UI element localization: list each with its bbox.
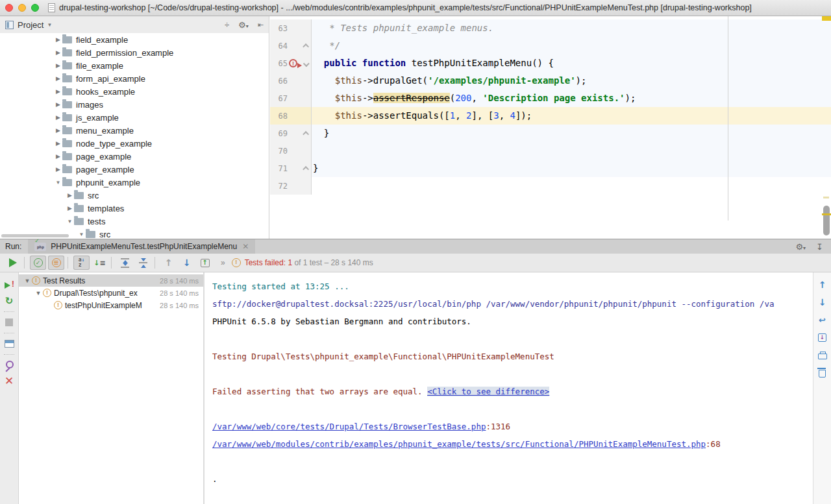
editor-line[interactable]: 65! public function testPhpUnitExampleMe… [270, 54, 831, 72]
editor-scrollbar[interactable] [823, 206, 830, 235]
fold-marker-icon[interactable] [302, 131, 311, 136]
editor-line[interactable]: 69 } [270, 125, 831, 142]
project-tree-item[interactable]: ▶menu_example [0, 124, 269, 137]
tree-toggle-icon[interactable]: ▶ [54, 153, 62, 160]
editor-line[interactable]: 66 $this->drupalGet('/examples/phpunit-e… [270, 72, 831, 90]
editor-gutter[interactable]: 63 [270, 19, 312, 37]
failed-test-icon[interactable]: ! [289, 59, 297, 67]
tree-toggle-icon[interactable]: ▶ [54, 140, 62, 147]
editor-gutter[interactable]: 70 [270, 142, 312, 160]
test-console-output[interactable]: Testing started at 13:25 ...sftp://docke… [205, 272, 813, 504]
editor-gutter[interactable]: 72 [270, 177, 312, 195]
minimize-window-button[interactable] [18, 4, 26, 12]
tree-toggle-icon[interactable]: ▶ [66, 205, 74, 211]
project-tree-item[interactable]: ▼tests [0, 215, 269, 228]
editor-line[interactable]: 70 [270, 142, 831, 160]
code-text[interactable]: } [312, 125, 831, 142]
chevron-more-icon[interactable]: » [221, 258, 225, 267]
close-panel-button[interactable]: ✕ [1, 373, 17, 389]
editor-gutter[interactable]: 66 [270, 72, 312, 90]
previous-failed-test-button[interactable]: ↑ [160, 256, 177, 270]
rerun-failed-tests-button[interactable] [1, 278, 17, 293]
restore-layout-button[interactable] [1, 336, 17, 352]
project-tree-item[interactable]: ▶field_example [0, 33, 269, 46]
editor-line[interactable]: 64 */ [270, 37, 831, 54]
tree-toggle-icon[interactable]: ▶ [54, 36, 62, 43]
tree-toggle-icon[interactable]: ▼ [77, 232, 86, 237]
console-link[interactable]: /var/www/web/modules/contrib/examples/ph… [212, 439, 706, 449]
console-link[interactable]: /var/www/web/core/tests/Drupal/Tests/Bro… [212, 422, 486, 431]
project-panel-title[interactable]: Project [18, 20, 43, 30]
project-tree-item[interactable]: ▶templates [0, 202, 269, 215]
project-tree-item[interactable]: ▶pager_example [0, 163, 269, 176]
tree-toggle-icon[interactable]: ▶ [54, 88, 62, 95]
editor-line[interactable]: 63 * Tests phpunit_example menus. [270, 19, 831, 37]
tree-toggle-icon[interactable]: ▼ [34, 290, 43, 296]
project-tree-item[interactable]: ▶node_type_example [0, 137, 269, 150]
rerun-button[interactable] [5, 256, 21, 270]
test-tree-item[interactable]: ▼!Test Results28 s 140 ms [19, 274, 203, 287]
test-tree-item[interactable]: !testPhpUnitExampleM28 s 140 ms [19, 299, 203, 311]
project-tree-item[interactable]: ▼phpunit_example [0, 176, 269, 189]
show-passed-toggle[interactable]: ✓ [30, 256, 46, 270]
code-text[interactable]: $this->assertResponse(200, 'Description … [312, 90, 831, 107]
hide-tool-window-icon[interactable]: ↧ [816, 242, 823, 252]
code-text[interactable]: $this->drupalGet('/examples/phpunit-exam… [312, 72, 831, 90]
editor-gutter[interactable]: 71 [270, 160, 312, 177]
tree-toggle-icon[interactable]: ▶ [54, 114, 62, 121]
editor-gutter[interactable]: 65! [270, 54, 312, 72]
collapse-all-button[interactable] [135, 256, 151, 270]
show-ignored-toggle[interactable]: ≡ [48, 256, 64, 270]
maximize-window-button[interactable] [31, 4, 39, 12]
fold-marker-icon[interactable] [302, 43, 311, 48]
editor-gutter[interactable]: 69 [270, 125, 312, 142]
down-stacktrace-button[interactable]: ↓ [816, 296, 829, 308]
pin-tab-button[interactable] [1, 357, 17, 373]
project-tree-item[interactable]: ▶hooks_example [0, 85, 269, 98]
project-tree-item[interactable]: ▶form_api_example [0, 72, 269, 85]
close-window-button[interactable] [5, 4, 13, 12]
editor-gutter[interactable]: 67 [270, 90, 312, 107]
tree-toggle-icon[interactable]: ▼ [23, 278, 32, 284]
failed-test-gutter-icon[interactable]: ! [289, 58, 302, 69]
code-text[interactable]: */ [312, 37, 831, 54]
stop-button[interactable] [1, 315, 17, 330]
editor-gutter[interactable]: 68 [270, 107, 312, 125]
up-stacktrace-button[interactable]: ↑ [816, 279, 829, 291]
project-tree-item[interactable]: ▶file_example [0, 59, 269, 72]
code-text[interactable]: } [312, 160, 831, 177]
editor-line[interactable]: 72 [270, 177, 831, 195]
error-stripe-mark[interactable] [823, 197, 829, 198]
code-editor[interactable]: 63 * Tests phpunit_example menus.64 */65… [270, 16, 831, 239]
editor-line[interactable]: 71} [270, 160, 831, 177]
locate-file-icon[interactable]: ÷ [225, 20, 229, 30]
hide-panel-icon[interactable]: ⇤ [258, 21, 264, 29]
project-tree-item[interactable]: ▶images [0, 98, 269, 111]
close-tab-icon[interactable]: ✕ [242, 242, 249, 251]
tree-toggle-icon[interactable]: ▶ [54, 166, 62, 173]
code-text[interactable] [312, 177, 831, 195]
tree-toggle-icon[interactable]: ▶ [54, 75, 62, 82]
print-button[interactable] [816, 349, 829, 361]
tree-toggle-icon[interactable]: ▶ [54, 62, 62, 69]
clear-all-button[interactable] [816, 366, 829, 378]
tree-toggle-icon[interactable]: ▼ [66, 219, 74, 224]
project-tree-item[interactable]: ▶page_example [0, 150, 269, 163]
gear-icon[interactable]: ⚙▾ [795, 242, 806, 252]
test-tree-item[interactable]: ▼!Drupal\Tests\phpunit_ex28 s 140 ms [19, 287, 203, 299]
code-text[interactable]: public function testPhpUnitExampleMenu()… [312, 54, 831, 72]
sort-alphabetically-toggle[interactable]: a↓z [73, 256, 90, 270]
sort-by-duration-toggle[interactable]: ↓≡ [92, 256, 108, 270]
expand-all-button[interactable] [117, 256, 133, 270]
tree-toggle-icon[interactable]: ▼ [54, 180, 62, 186]
editor-line[interactable]: 68 $this->assertEquals([1, 2], [3, 4]); [270, 107, 831, 125]
editor-gutter[interactable]: 64 [270, 37, 312, 54]
project-tree-item[interactable]: ▶src [0, 189, 269, 202]
tree-toggle-icon[interactable]: ▶ [54, 101, 62, 108]
editor-line[interactable]: 67 $this->assertResponse(200, 'Descripti… [270, 90, 831, 107]
project-tree-item[interactable]: ▶field_permission_example [0, 46, 269, 59]
tree-toggle-icon[interactable]: ▶ [66, 192, 74, 198]
code-text[interactable]: $this->assertEquals([1, 2], [3, 4]); [312, 107, 831, 125]
soft-wrap-button[interactable]: ↩ [816, 314, 829, 326]
fold-marker-icon[interactable] [302, 166, 311, 171]
